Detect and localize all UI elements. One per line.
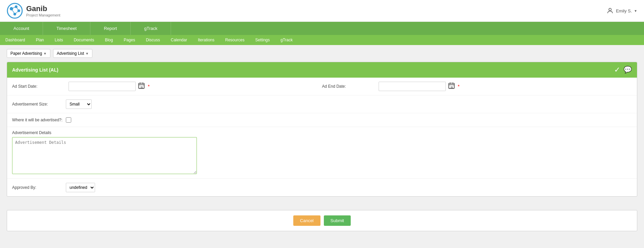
start-date-required: * [148,84,149,89]
ad-size-control: Small Medium Large [66,99,92,109]
chat-icon[interactable]: 💬 [624,66,632,74]
ad-end-date-input[interactable] [379,82,446,91]
where-advertised-control [66,117,71,123]
bottom-bar: Cancel Submit [7,210,637,231]
nav-report[interactable]: Report [90,22,131,35]
svg-text:31: 31 [140,86,143,88]
cancel-button[interactable]: Cancel [293,215,320,226]
logo-title: Ganib [26,4,60,13]
nav-gtrack-primary[interactable]: gTrack [131,22,171,35]
panel-header-actions: ✓ 💬 [614,66,632,74]
approved-by-row: Approved By: undefined Option 1 Option 2 [7,179,637,196]
secondary-nav: Dashboard Plan Lists Documents Blog Page… [0,35,644,45]
nav-plan[interactable]: Plan [31,35,49,45]
nav-resources[interactable]: Resources [220,35,250,45]
top-bar: Ganib Project Management Emily S. ▼ [0,0,644,22]
panel-title: Advertising List (AL) [12,67,58,73]
ad-details-label: Advertisement Details [12,130,632,135]
nav-timesheet[interactable]: Timesheet [43,22,90,35]
date-row: Ad Start Date: 31 * Ad End Date: [7,78,637,95]
nav-settings[interactable]: Settings [250,35,275,45]
breadcrumb-project[interactable]: Paper Advertising ▼ [7,49,50,58]
ad-size-label: Advertisement Size: [12,102,66,107]
nav-iterations[interactable]: Iterations [192,35,220,45]
ad-start-date-label: Ad Start Date: [12,84,66,89]
nav-documents[interactable]: Documents [68,35,99,45]
logo-text: Ganib Project Management [26,4,60,17]
approved-by-control: undefined Option 1 Option 2 [66,183,95,192]
svg-line-8 [11,9,15,14]
nav-discuss[interactable]: Discuss [140,35,165,45]
nav-blog[interactable]: Blog [99,35,118,45]
nav-account[interactable]: Account [0,22,43,35]
where-advertised-checkbox[interactable] [66,117,71,123]
project-dropdown-icon: ▼ [43,52,47,55]
nav-lists[interactable]: Lists [49,35,69,45]
where-advertised-label: Where it will be advertised?: [12,118,66,122]
start-date-col: Ad Start Date: 31 * [12,82,322,91]
logo-area: Ganib Project Management [7,3,60,19]
submit-button[interactable]: Submit [324,215,351,226]
breadcrumb-area: Paper Advertising ▼ Advertising List ▼ [0,45,644,62]
ad-start-date-input[interactable] [69,82,136,91]
start-date-calendar-icon[interactable]: 31 [138,82,145,91]
list-dropdown-icon: ▼ [85,52,89,55]
end-date-control: 31 * [379,82,460,91]
start-date-control: 31 * [69,82,149,91]
end-date-col: Ad End Date: 31 * [322,82,632,91]
logo-icon [7,3,23,19]
check-icon[interactable]: ✓ [614,66,620,74]
user-area[interactable]: Emily S. ▼ [606,7,637,14]
end-date-calendar-icon[interactable]: 31 [448,82,455,91]
logo-subtitle: Project Management [26,13,60,17]
nav-pages[interactable]: Pages [118,35,140,45]
panel-header: Advertising List (AL) ✓ 💬 [7,62,637,78]
approved-by-label: Approved By: [12,185,66,190]
nav-dashboard[interactable]: Dashboard [0,35,31,45]
svg-text:31: 31 [450,86,453,88]
ad-details-textarea[interactable] [12,137,197,174]
user-icon [606,7,614,14]
primary-nav: Account Timesheet Report gTrack [0,22,644,35]
ad-details-section: Advertisement Details [7,127,637,179]
ad-size-row: Advertisement Size: Small Medium Large [7,95,637,113]
breadcrumb-list[interactable]: Advertising List ▼ [53,49,92,58]
ad-size-select[interactable]: Small Medium Large [66,99,92,109]
user-name: Emily S. [616,8,632,13]
approved-by-select[interactable]: undefined Option 1 Option 2 [66,183,95,192]
where-advertised-row: Where it will be advertised?: [7,113,637,127]
svg-point-9 [609,8,611,11]
svg-line-6 [16,7,19,11]
user-dropdown-icon[interactable]: ▼ [634,9,637,13]
nav-calendar[interactable]: Calendar [165,35,192,45]
main-panel: Advertising List (AL) ✓ 💬 Ad Start Date:… [7,62,637,197]
ad-end-date-label: Ad End Date: [322,84,376,89]
nav-gtrack-secondary[interactable]: gTrack [275,35,298,45]
end-date-required: * [458,84,460,89]
svg-line-7 [15,11,19,14]
